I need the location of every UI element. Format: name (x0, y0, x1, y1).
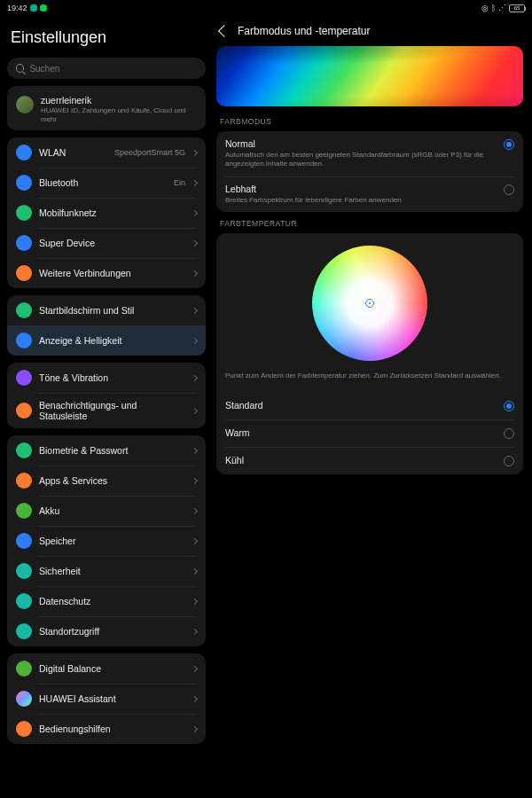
sidebar-item[interactable]: Apps & Services (7, 466, 206, 496)
sidebar-item-label: Bedienungshilfen (39, 724, 185, 734)
battery-icon: 65 (509, 4, 525, 12)
color-mode-option[interactable]: LebhaftBreites Farbspektrum für lebendig… (216, 176, 523, 212)
sidebar-item[interactable]: Datenschutz (7, 586, 206, 616)
menu-icon (16, 721, 32, 737)
chevron-right-icon (192, 696, 198, 702)
sidebar-item[interactable]: Digital Balance (7, 653, 206, 684)
menu-icon (16, 563, 32, 579)
menu-icon (16, 691, 32, 707)
radio-button[interactable] (504, 184, 514, 195)
menu-icon (16, 205, 32, 221)
sidebar-item[interactable]: Speicher (7, 526, 206, 556)
chevron-right-icon (192, 180, 198, 186)
sidebar-item-value: SpeedportSmart 5G (114, 148, 185, 157)
chevron-right-icon (192, 448, 198, 454)
search-field[interactable] (29, 64, 197, 74)
sidebar-item[interactable]: Mobilfunknetz (7, 198, 206, 228)
account-sub: HUAWEI ID, Zahlungen und Käufe, Cloud un… (41, 106, 197, 123)
chevron-right-icon (192, 308, 198, 314)
sidebar-item[interactable]: Biometrie & Passwort (7, 435, 206, 466)
sidebar-item-label: HUAWEI Assistant (39, 693, 185, 704)
sidebar-item-label: Standortzugriff (39, 626, 185, 637)
color-mode-option[interactable]: NormalAutomatisch den am besten geeignet… (216, 131, 523, 176)
menu-icon (16, 145, 32, 160)
menu-icon (16, 370, 32, 386)
menu-icon (16, 235, 32, 251)
option-description: Breites Farbspektrum für lebendigere Far… (225, 196, 497, 205)
avatar (16, 96, 34, 113)
menu-icon (16, 503, 32, 519)
search-icon (16, 64, 24, 73)
sidebar-item-label: Mobilfunknetz (39, 207, 185, 218)
radio-button[interactable] (504, 401, 514, 411)
search-input[interactable] (7, 58, 206, 79)
sidebar-item[interactable]: BluetoothEin (7, 168, 206, 198)
settings-sidebar: Einstellungen zuerrleinerik HUAWEI ID, Z… (0, 16, 213, 798)
status-bar: 19:42 ◎ ᛒ ⋰ 65 (0, 0, 532, 16)
chevron-right-icon (192, 629, 198, 635)
sidebar-item-label: Töne & Vibration (39, 372, 185, 383)
back-icon[interactable] (218, 25, 231, 37)
option-description: Automatisch den am besten geeigneten Sta… (225, 151, 497, 169)
wheel-handle[interactable] (365, 299, 374, 308)
menu-icon (16, 593, 32, 609)
sidebar-item[interactable]: Anzeige & Helligkeit (7, 325, 206, 356)
sidebar-item-label: Digital Balance (39, 663, 185, 674)
sidebar-item[interactable]: Akku (7, 496, 206, 526)
menu-icon (16, 533, 32, 549)
menu-icon (16, 661, 32, 677)
sidebar-item[interactable]: Benachrichtigungs- und Statusleiste (7, 393, 206, 428)
sidebar-item-label: Weitere Verbindungen (39, 268, 185, 278)
radio-button[interactable] (504, 428, 514, 439)
chevron-right-icon (192, 478, 198, 484)
sidebar-item[interactable]: Töne & Vibration (7, 363, 206, 393)
sidebar-item[interactable]: Weitere Verbindungen (7, 258, 206, 288)
sidebar-item[interactable]: Super Device (7, 228, 206, 258)
sidebar-item-label: Apps & Services (39, 475, 185, 486)
radio-button[interactable] (504, 139, 514, 150)
status-time: 19:42 (7, 4, 27, 12)
chevron-right-icon (192, 598, 198, 605)
status-indicator-icon (40, 4, 47, 12)
temperature-option[interactable]: Warm (216, 419, 523, 447)
temperature-option[interactable]: Kühl (216, 447, 523, 474)
sidebar-item-account[interactable]: zuerrleinerik HUAWEI ID, Zahlungen und K… (7, 86, 206, 130)
temperature-label: Kühl (225, 455, 244, 466)
temperature-option[interactable]: Standard (216, 392, 523, 419)
section-label-temp: FARBTEMPERATUR (220, 219, 523, 228)
sidebar-item-label: Benachrichtigungs- und Statusleiste (39, 400, 185, 421)
temperature-label: Warm (225, 427, 250, 438)
wheel-hint: Punkt zum Ändern der Farbtemperatur zieh… (225, 372, 514, 380)
detail-title: Farbmodus und -temperatur (238, 25, 370, 37)
chevron-right-icon (192, 568, 198, 575)
menu-icon (16, 473, 32, 489)
chevron-right-icon (192, 508, 198, 514)
nfc-icon: ◎ (481, 4, 489, 12)
sidebar-item-label: Speicher (39, 536, 185, 546)
menu-icon (16, 332, 32, 348)
sidebar-item[interactable]: Bedienungshilfen (7, 714, 206, 744)
sidebar-item-value: Ein (174, 178, 185, 187)
sidebar-item-label: Startbildschirm und Stil (39, 305, 185, 316)
chevron-right-icon (192, 210, 198, 216)
account-name: zuerrleinerik (41, 95, 197, 106)
chevron-right-icon (192, 538, 198, 544)
temperature-label: Standard (225, 400, 263, 411)
radio-button[interactable] (504, 456, 514, 466)
option-title: Normal (225, 138, 497, 149)
sidebar-item-label: Sicherheit (39, 566, 185, 576)
section-label-mode: FARBMODUS (220, 117, 523, 126)
sidebar-item-label: WLAN (39, 147, 107, 158)
sidebar-item[interactable]: Standortzugriff (7, 616, 206, 646)
sidebar-item[interactable]: HUAWEI Assistant (7, 684, 206, 714)
menu-icon (16, 265, 32, 281)
option-title: Lebhaft (225, 184, 497, 194)
sidebar-item[interactable]: WLANSpeedportSmart 5G (7, 137, 206, 168)
menu-icon (16, 175, 32, 191)
color-temperature-wheel[interactable] (312, 246, 427, 361)
wifi-icon: ⋰ (498, 4, 506, 12)
sidebar-item[interactable]: Sicherheit (7, 556, 206, 586)
page-title: Einstellungen (7, 21, 206, 58)
chevron-right-icon (192, 408, 198, 414)
sidebar-item[interactable]: Startbildschirm und Stil (7, 295, 206, 325)
